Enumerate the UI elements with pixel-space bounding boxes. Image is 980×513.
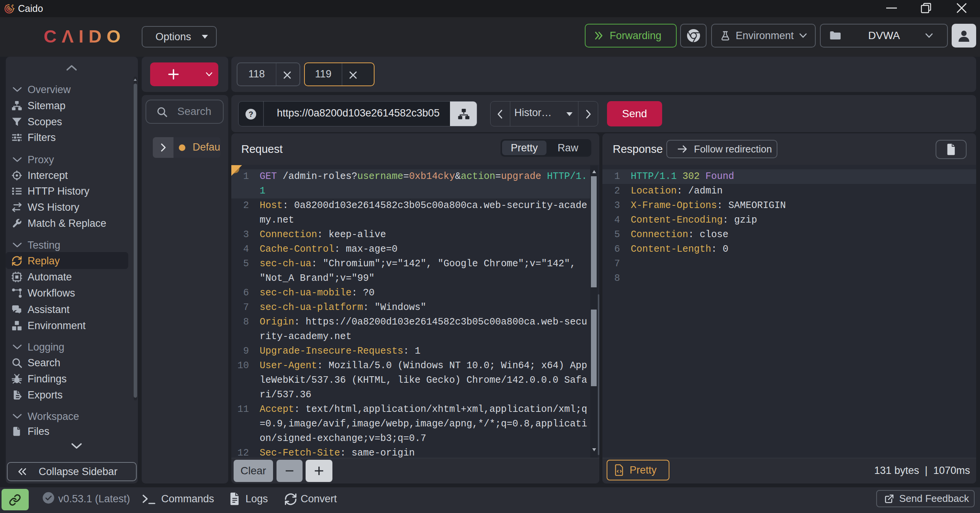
svg-text:?: ? bbox=[249, 110, 253, 118]
